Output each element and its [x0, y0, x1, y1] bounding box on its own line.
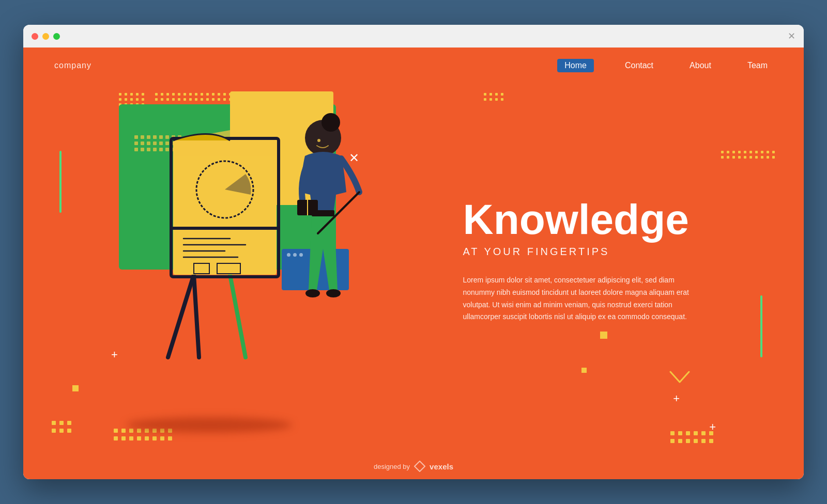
hero-subtitle: AT YOUR FINGERTIPS — [463, 246, 773, 258]
svg-line-0 — [168, 275, 194, 357]
svg-line-1 — [194, 275, 199, 357]
close-button[interactable]: ✕ — [788, 32, 795, 41]
vexels-diamond-icon — [414, 461, 425, 472]
presenter-person — [271, 109, 364, 357]
hero-title: Knowledge — [463, 198, 773, 241]
nav-link-contact[interactable]: Contact — [620, 59, 658, 72]
hero-description: Lorem ipsum dolor sit amet, consectetuer… — [463, 274, 701, 323]
nav-link-home[interactable]: Home — [557, 59, 594, 72]
dot-green[interactable] — [53, 33, 60, 40]
hero-section: Knowledge AT YOUR FINGERTIPS Lorem ipsum… — [23, 48, 804, 479]
browser-window: ✕ company Home Contact About Team — [23, 25, 804, 479]
svg-point-21 — [317, 139, 320, 142]
dot-yellow[interactable] — [42, 33, 49, 40]
nav-link-team[interactable]: Team — [742, 59, 773, 72]
nav-logo: company — [54, 61, 91, 70]
vexels-brand: vexels — [430, 462, 453, 471]
svg-marker-22 — [415, 461, 425, 471]
svg-line-2 — [230, 275, 246, 357]
designed-by-label: designed by — [374, 463, 410, 470]
footer: designed by vexels — [23, 453, 804, 479]
ground-shadow — [127, 417, 292, 433]
nav-link-about[interactable]: About — [684, 59, 716, 72]
footer-text: designed by vexels — [374, 461, 453, 472]
dot-red[interactable] — [32, 33, 38, 40]
nav-links: Home Contact About Team — [557, 59, 773, 72]
svg-point-16 — [305, 289, 320, 297]
browser-dots — [32, 33, 60, 40]
text-area: Knowledge AT YOUR FINGERTIPS Lorem ipsum… — [453, 48, 804, 479]
svg-point-17 — [326, 289, 341, 297]
svg-point-14 — [321, 113, 340, 132]
page-content: company Home Contact About Team — [23, 48, 804, 479]
browser-titlebar: ✕ — [23, 25, 804, 48]
navigation: company Home Contact About Team — [23, 48, 804, 84]
illustration-area — [23, 48, 453, 479]
